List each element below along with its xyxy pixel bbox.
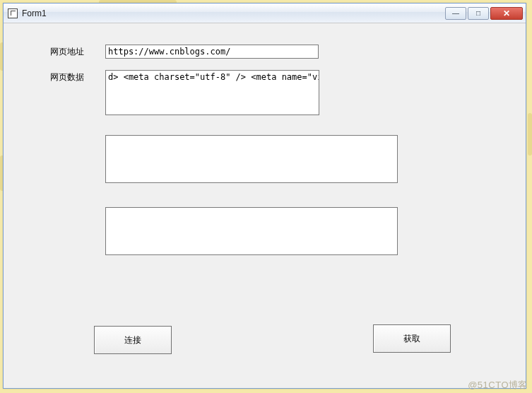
data-output[interactable]: d> <meta charset="utf-8" /> <meta name="…	[105, 70, 319, 115]
connect-button[interactable]: 连接	[94, 326, 172, 354]
form-icon	[8, 8, 18, 18]
fetch-button[interactable]: 获取	[373, 324, 451, 353]
url-input[interactable]	[105, 45, 319, 59]
caption-buttons: — □ ✕	[445, 7, 523, 20]
window-title: Form1	[22, 8, 47, 18]
form1-window: Form1 — □ ✕ 网页地址 网页数据 d> <meta charset="…	[3, 3, 526, 389]
minimize-button[interactable]: —	[445, 7, 466, 20]
maximize-button[interactable]: □	[468, 7, 489, 20]
watermark-text: @51CTO博客	[468, 379, 528, 392]
client-area: 网页地址 网页数据 d> <meta charset="utf-8" /> <m…	[9, 29, 520, 382]
data-label: 网页数据	[50, 70, 105, 83]
output-box-3[interactable]	[105, 207, 398, 255]
output-box-2[interactable]	[105, 135, 398, 183]
titlebar[interactable]: Form1 — □ ✕	[4, 4, 526, 23]
url-label: 网页地址	[50, 45, 105, 58]
close-button[interactable]: ✕	[490, 7, 523, 20]
